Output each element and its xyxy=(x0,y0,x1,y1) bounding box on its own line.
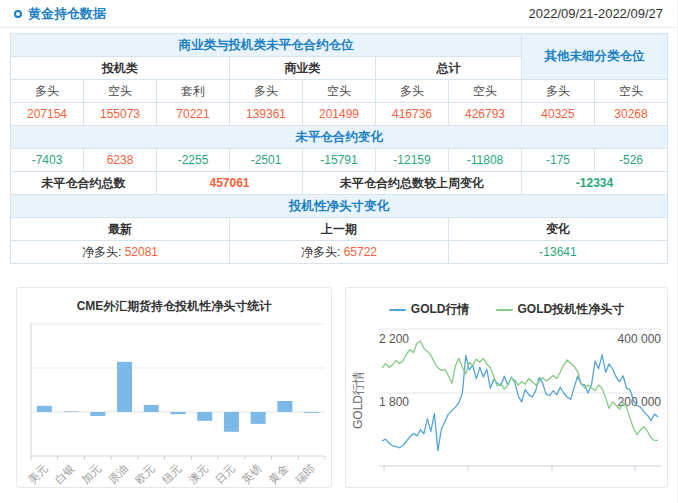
oi-change-cell: -7403 xyxy=(11,149,84,172)
group-header-commercial: 商业类 xyxy=(230,57,376,80)
blue-line-marker-icon xyxy=(389,309,406,311)
bar-白银[interactable] xyxy=(64,411,79,412)
net-header-latest: 最新 xyxy=(11,218,230,241)
total-oi-change-value: -12334 xyxy=(522,172,668,195)
table-row: 商业类与投机类未平仓合约仓位 其他未细分类仓位 xyxy=(11,34,668,57)
x-axis-label: 白银 xyxy=(52,462,76,486)
bar-澳元[interactable] xyxy=(197,412,212,421)
net-change-value: -13641 xyxy=(449,241,668,264)
table-row: 207154 155073 70221 139361 201499 416736… xyxy=(11,103,668,126)
legend-label: GOLD行情 xyxy=(411,301,470,318)
x-axis-label: 加元 xyxy=(79,462,103,486)
cme-net-position-bar-chart[interactable]: 美元白银加元原油欧元纽元澳元日元英镑黄金瑞郎 xyxy=(17,288,331,487)
charts-row: 美元白银加元原油欧元纽元澳元日元英镑黄金瑞郎 CME外汇期货持仓投机性净头寸统计… xyxy=(16,287,677,488)
section-title-other: 其他未细分类仓位 xyxy=(522,34,668,80)
x-axis-label: 欧元 xyxy=(133,462,157,486)
green-line-marker-icon xyxy=(496,309,513,311)
bar-纽元[interactable] xyxy=(171,412,186,414)
x-axis-label: 黄金 xyxy=(266,462,290,486)
net-prev-cell: 净多头: 65722 xyxy=(230,241,449,264)
section-title-net-position: 投机性净头寸变化 xyxy=(11,195,668,218)
page-title: 黄金持仓数据 xyxy=(28,5,106,23)
oi-value-cell: 201499 xyxy=(303,103,376,126)
col-header: 空头 xyxy=(84,80,157,103)
net-prev-value: 65722 xyxy=(344,245,377,259)
total-oi-change-label: 未平仓合约总数较上周变化 xyxy=(303,172,522,195)
col-header: 多头 xyxy=(230,80,303,103)
x-axis-label: 原油 xyxy=(106,462,130,486)
y-left-tick-low: 1 800 xyxy=(379,395,409,409)
oi-change-cell: -175 xyxy=(522,149,595,172)
net-prev-label: 净多头: xyxy=(301,245,340,259)
y-axis-title: GOLD行情 xyxy=(351,371,365,429)
net-latest-value: 52081 xyxy=(125,245,158,259)
line-chart-panel[interactable]: 2 200 1 800 400 000 200 000 GOLD行情 GOLD行… xyxy=(345,287,668,488)
group-header-speculative: 投机类 xyxy=(11,57,230,80)
oi-value-cell: 155073 xyxy=(84,103,157,126)
col-header: 空头 xyxy=(449,80,522,103)
x-axis-label: 美元 xyxy=(26,462,50,486)
net-header-previous: 上一期 xyxy=(230,218,449,241)
bar-chart-title: CME外汇期货持仓投机性净头寸统计 xyxy=(17,298,331,315)
y-right-tick-high: 400 000 xyxy=(618,332,662,346)
oi-value-cell: 70221 xyxy=(157,103,230,126)
net-latest-label: 净多头: xyxy=(82,245,121,259)
x-axis-label: 瑞郎 xyxy=(293,462,317,486)
col-header: 空头 xyxy=(595,80,668,103)
bar-瑞郎[interactable] xyxy=(304,412,319,413)
col-header: 空头 xyxy=(303,80,376,103)
line-series-gold-price xyxy=(382,355,658,451)
bar-黄金[interactable] xyxy=(277,401,292,412)
bar-美元[interactable] xyxy=(37,406,52,412)
x-axis-label: 纽元 xyxy=(159,462,183,486)
table-row: 最新 上一期 变化 xyxy=(11,218,668,241)
legend-label: GOLD投机性净头寸 xyxy=(518,301,625,318)
col-header: 多头 xyxy=(11,80,84,103)
section-title-oi-change: 未平仓合约变化 xyxy=(11,126,668,149)
col-header: 多头 xyxy=(376,80,449,103)
total-oi-label: 未平仓合约总数 xyxy=(11,172,157,195)
oi-change-cell: 6238 xyxy=(84,149,157,172)
oi-change-cell: -11808 xyxy=(449,149,522,172)
oi-value-cell: 416736 xyxy=(376,103,449,126)
oi-value-cell: 40325 xyxy=(522,103,595,126)
oi-change-cell: -2501 xyxy=(230,149,303,172)
table-row: -7403 6238 -2255 -2501 -15791 -12159 -11… xyxy=(11,149,668,172)
positions-table: 商业类与投机类未平仓合约仓位 其他未细分类仓位 投机类 商业类 总计 多头 空头… xyxy=(10,33,668,264)
table-row: 未平仓合约总数 457061 未平仓合约总数较上周变化 -12334 xyxy=(11,172,668,195)
chart-legend: GOLD行情 GOLD投机性净头寸 xyxy=(346,301,667,318)
oi-value-cell: 30268 xyxy=(595,103,668,126)
date-range: 2022/09/21-2022/09/27 xyxy=(529,6,663,21)
oi-value-cell: 139361 xyxy=(230,103,303,126)
table-row: 净多头: 52081 净多头: 65722 -13641 xyxy=(11,241,668,264)
net-header-change: 变化 xyxy=(449,218,668,241)
line-series-gold-net-position xyxy=(382,341,658,440)
net-latest-cell: 净多头: 52081 xyxy=(11,241,230,264)
bar-加元[interactable] xyxy=(90,412,105,416)
panel-header: 黄金持仓数据 2022/09/21-2022/09/27 xyxy=(0,0,677,28)
x-axis-label: 英镑 xyxy=(240,462,264,486)
x-axis-label: 日元 xyxy=(213,462,237,486)
bar-原油[interactable] xyxy=(117,362,132,412)
y-left-tick-high: 2 200 xyxy=(379,332,409,346)
oi-value-cell: 207154 xyxy=(11,103,84,126)
section-title-commercial-spec: 商业类与投机类未平仓合约仓位 xyxy=(11,34,522,57)
table-row: 未平仓合约变化 xyxy=(11,126,668,149)
x-axis-label: 澳元 xyxy=(186,462,210,486)
oi-value-cell: 426793 xyxy=(449,103,522,126)
total-oi-value: 457061 xyxy=(157,172,303,195)
table-row: 多头 空头 套利 多头 空头 多头 空头 多头 空头 xyxy=(11,80,668,103)
legend-item-gold-price[interactable]: GOLD行情 xyxy=(389,301,470,318)
circle-bullet-icon xyxy=(14,10,22,18)
oi-change-cell: -2255 xyxy=(157,149,230,172)
bar-日元[interactable] xyxy=(224,412,239,432)
oi-change-cell: -12159 xyxy=(376,149,449,172)
table-row: 投机性净头寸变化 xyxy=(11,195,668,218)
legend-item-gold-net-position[interactable]: GOLD投机性净头寸 xyxy=(496,301,625,318)
gold-positions-panel: 黄金持仓数据 2022/09/21-2022/09/27 商业类与投机类未平仓合… xyxy=(0,0,678,503)
oi-change-cell: -15791 xyxy=(303,149,376,172)
bar-英镑[interactable] xyxy=(251,412,266,424)
group-header-total: 总计 xyxy=(376,57,522,80)
bar-chart-panel[interactable]: 美元白银加元原油欧元纽元澳元日元英镑黄金瑞郎 CME外汇期货持仓投机性净头寸统计 xyxy=(16,287,332,488)
bar-欧元[interactable] xyxy=(144,405,159,412)
